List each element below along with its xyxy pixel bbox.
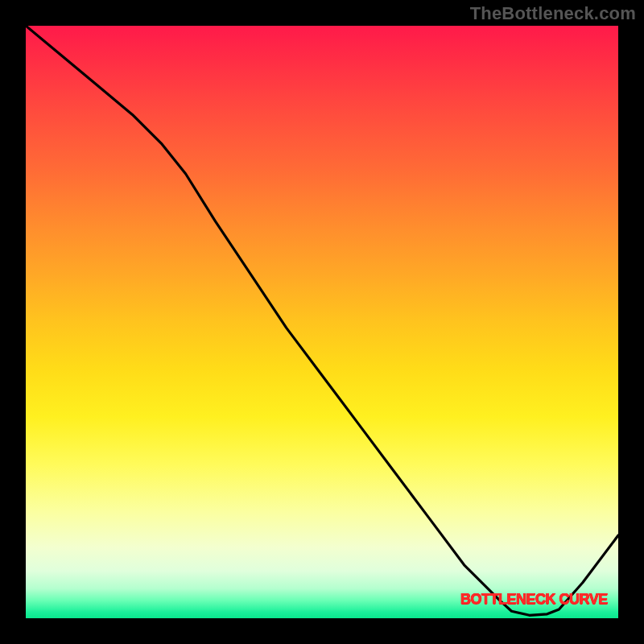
bottleneck-curve (26, 26, 618, 618)
watermark-text: TheBottleneck.com (470, 3, 636, 24)
plot-area: BOTTLENECK CURVE (26, 26, 618, 618)
chart-canvas: TheBottleneck.com BOTTLENECK CURVE (0, 0, 644, 644)
curve-label: BOTTLENECK CURVE (460, 591, 608, 608)
